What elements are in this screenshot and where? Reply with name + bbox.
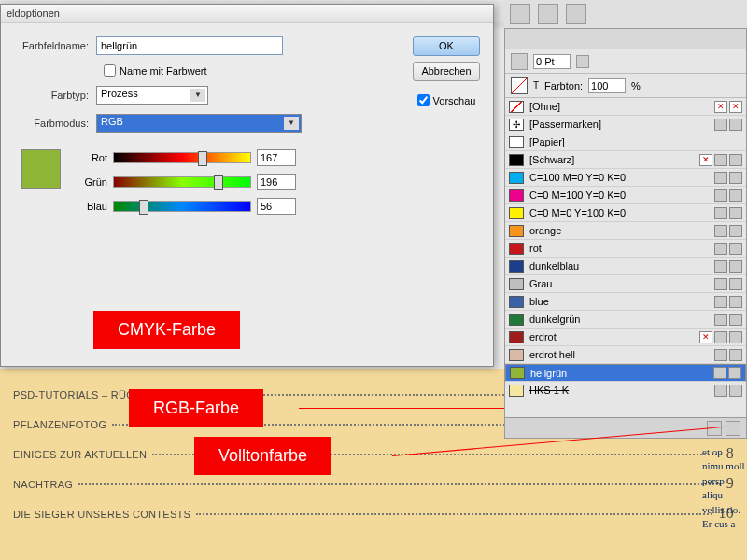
- swatch-list-item[interactable]: C=0 M=0 Y=100 K=0: [505, 204, 746, 222]
- preview-label: Vorschau: [433, 95, 476, 106]
- swatch-list-item[interactable]: erdrot hell: [505, 346, 746, 364]
- swatch-list-item[interactable]: [Schwarz]✕: [505, 151, 746, 169]
- swatch-list-item[interactable]: blue: [505, 293, 746, 311]
- swatch-list-item[interactable]: C=100 M=0 Y=0 K=0: [505, 169, 746, 187]
- color-mode-label: Farbmodus:: [12, 118, 96, 129]
- swatch-list-item[interactable]: erdrot✕: [505, 329, 746, 346]
- blue-value-input[interactable]: [257, 198, 296, 215]
- green-value-input[interactable]: [257, 174, 296, 190]
- blue-label: Blau: [78, 201, 113, 212]
- red-slider[interactable]: [113, 152, 251, 163]
- ok-button[interactable]: OK: [413, 36, 480, 56]
- toc-line: Nachtrag9: [13, 475, 734, 492]
- none-swatch-icon[interactable]: [511, 77, 528, 94]
- tint-unit: %: [631, 80, 641, 91]
- panel-tabs[interactable]: [505, 29, 746, 49]
- red-value-input[interactable]: [257, 149, 296, 166]
- annotation-line: [299, 408, 504, 409]
- tool-icon[interactable]: [566, 4, 586, 24]
- tool-icon[interactable]: [510, 4, 530, 24]
- fx-icon[interactable]: [576, 55, 589, 68]
- fill-icon[interactable]: [511, 53, 528, 70]
- annotation-cmyk: CMYK-Farbe: [93, 311, 240, 349]
- green-label: Grün: [78, 176, 113, 188]
- dialog-title: eldoptionen: [1, 5, 493, 23]
- swatch-list-item[interactable]: [Papier]: [505, 133, 746, 151]
- swatch-list-item[interactable]: dunkelblau: [505, 258, 746, 275]
- tool-icon[interactable]: [538, 4, 558, 24]
- color-type-label: Farbtyp:: [12, 90, 96, 101]
- red-label: Rot: [78, 152, 113, 163]
- annotation-rgb: RGB-Farbe: [129, 389, 263, 427]
- swatch-list-item[interactable]: rot: [505, 240, 746, 258]
- tint-label: Farbton:: [544, 80, 583, 91]
- annotation-line: [285, 329, 504, 329]
- toc-line: Einiges zur aktuellen8: [13, 445, 734, 462]
- body-text-column: et op nimu moll persp aliqu vellis tio. …: [700, 443, 747, 560]
- swatch-list-item[interactable]: Grau: [505, 275, 746, 293]
- swatch-list-item[interactable]: [Ohne]✕✕: [505, 98, 746, 116]
- tint-input[interactable]: [588, 78, 626, 93]
- swatch-options-dialog: eldoptionen Farbfeldname: Name mit Farbw…: [0, 4, 494, 367]
- swatch-list-item[interactable]: dunkelgrün: [505, 311, 746, 329]
- green-slider[interactable]: [113, 176, 251, 188]
- color-type-select[interactable]: Prozess▼: [96, 86, 208, 105]
- delete-swatch-icon[interactable]: [726, 421, 740, 436]
- color-preview-swatch: [21, 149, 61, 189]
- app-toolbar: [504, 0, 747, 28]
- name-with-value-label: Name mit Farbwert: [120, 65, 207, 77]
- swatch-list-item[interactable]: hellgrün: [505, 364, 746, 382]
- stroke-weight-input[interactable]: [533, 54, 571, 69]
- swatch-name-input[interactable]: [96, 36, 283, 55]
- blue-slider[interactable]: [113, 201, 251, 212]
- cancel-button[interactable]: Abbrechen: [413, 62, 480, 81]
- name-with-value-checkbox[interactable]: [104, 64, 116, 77]
- name-label: Farbfeldname:: [12, 40, 96, 51]
- annotation-spot: Volltonfarbe: [194, 437, 331, 475]
- swatch-list-item[interactable]: orange: [505, 222, 746, 240]
- color-mode-select[interactable]: RGB▼: [96, 114, 302, 133]
- toc-line: Die Sieger unseres Contests10: [13, 505, 734, 522]
- swatch-list-item[interactable]: C=0 M=100 Y=0 K=0: [505, 187, 746, 204]
- swatches-panel: T Farbton: % [Ohne]✕✕✢[Passermarken][Pap…: [504, 28, 747, 439]
- swatch-list-item[interactable]: ✢[Passermarken]: [505, 116, 746, 133]
- swatch-list-item[interactable]: HKS 1 K: [505, 382, 746, 399]
- preview-checkbox[interactable]: [417, 94, 430, 106]
